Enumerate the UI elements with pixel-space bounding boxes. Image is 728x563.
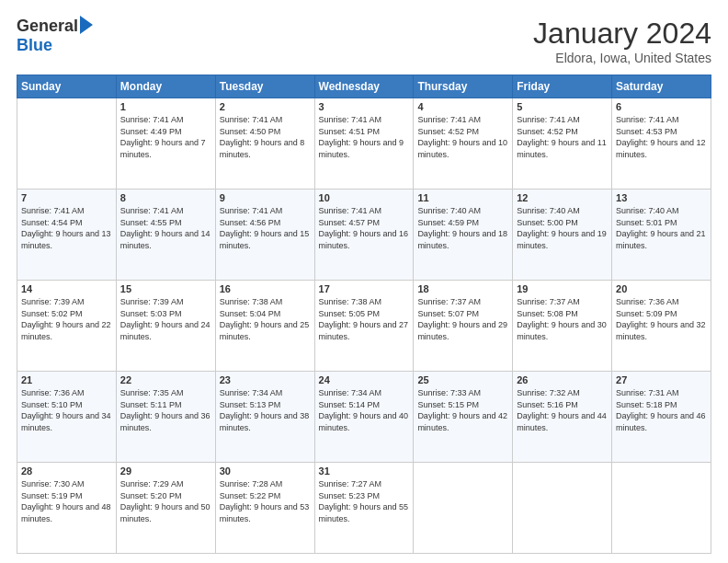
day-info: Sunrise: 7:39 AMSunset: 5:02 PMDaylight:… bbox=[21, 297, 111, 341]
calendar-cell: 29Sunrise: 7:29 AMSunset: 5:20 PMDayligh… bbox=[116, 463, 215, 554]
day-number: 2 bbox=[220, 101, 311, 112]
calendar-cell bbox=[612, 463, 711, 554]
day-info: Sunrise: 7:41 AMSunset: 4:55 PMDaylight:… bbox=[120, 206, 210, 250]
day-number: 14 bbox=[21, 283, 112, 294]
day-number: 8 bbox=[120, 192, 211, 203]
day-number: 9 bbox=[220, 192, 311, 203]
day-info: Sunrise: 7:36 AMSunset: 5:10 PMDaylight:… bbox=[21, 388, 111, 432]
weekday-header-wednesday: Wednesday bbox=[314, 75, 414, 98]
day-number: 17 bbox=[319, 283, 410, 294]
calendar-cell: 23Sunrise: 7:34 AMSunset: 5:13 PMDayligh… bbox=[215, 372, 314, 463]
calendar-cell: 1Sunrise: 7:41 AMSunset: 4:49 PMDaylight… bbox=[116, 98, 215, 190]
calendar-cell: 10Sunrise: 7:41 AMSunset: 4:57 PMDayligh… bbox=[314, 190, 414, 281]
day-number: 10 bbox=[319, 192, 410, 203]
day-info: Sunrise: 7:41 AMSunset: 4:53 PMDaylight:… bbox=[616, 115, 706, 159]
weekday-header-row: SundayMondayTuesdayWednesdayThursdayFrid… bbox=[17, 75, 711, 98]
weekday-header-thursday: Thursday bbox=[414, 75, 513, 98]
calendar-cell: 7Sunrise: 7:41 AMSunset: 4:54 PMDaylight… bbox=[17, 190, 117, 281]
day-info: Sunrise: 7:38 AMSunset: 5:04 PMDaylight:… bbox=[220, 297, 310, 341]
calendar-cell: 12Sunrise: 7:40 AMSunset: 5:00 PMDayligh… bbox=[513, 190, 612, 281]
header: General Blue January 2024 Eldora, Iowa, … bbox=[17, 17, 711, 65]
day-info: Sunrise: 7:40 AMSunset: 4:59 PMDaylight:… bbox=[417, 206, 507, 250]
logo-arrow-icon bbox=[80, 16, 93, 34]
week-row-4: 28Sunrise: 7:30 AMSunset: 5:19 PMDayligh… bbox=[17, 463, 711, 554]
title-block: January 2024 Eldora, Iowa, United States bbox=[533, 17, 711, 65]
day-info: Sunrise: 7:41 AMSunset: 4:49 PMDaylight:… bbox=[120, 115, 206, 159]
day-number: 31 bbox=[319, 465, 410, 477]
day-info: Sunrise: 7:37 AMSunset: 5:08 PMDaylight:… bbox=[517, 297, 607, 341]
weekday-header-tuesday: Tuesday bbox=[215, 75, 314, 98]
day-info: Sunrise: 7:34 AMSunset: 5:13 PMDaylight:… bbox=[220, 388, 310, 432]
day-number: 16 bbox=[220, 283, 311, 294]
day-number: 22 bbox=[120, 374, 211, 385]
day-info: Sunrise: 7:32 AMSunset: 5:16 PMDaylight:… bbox=[517, 388, 607, 432]
logo-blue: Blue bbox=[17, 36, 52, 55]
day-info: Sunrise: 7:34 AMSunset: 5:14 PMDaylight:… bbox=[319, 388, 409, 432]
calendar-cell: 11Sunrise: 7:40 AMSunset: 4:59 PMDayligh… bbox=[414, 190, 513, 281]
day-info: Sunrise: 7:38 AMSunset: 5:05 PMDaylight:… bbox=[319, 297, 409, 341]
weekday-header-saturday: Saturday bbox=[612, 75, 711, 98]
calendar-cell: 15Sunrise: 7:39 AMSunset: 5:03 PMDayligh… bbox=[116, 281, 215, 372]
day-number: 27 bbox=[616, 374, 707, 385]
calendar-cell: 4Sunrise: 7:41 AMSunset: 4:52 PMDaylight… bbox=[414, 98, 513, 190]
logo-general: General bbox=[17, 17, 78, 36]
day-info: Sunrise: 7:41 AMSunset: 4:57 PMDaylight:… bbox=[319, 206, 409, 250]
weekday-header-monday: Monday bbox=[116, 75, 215, 98]
day-number: 23 bbox=[220, 374, 311, 385]
calendar-cell: 27Sunrise: 7:31 AMSunset: 5:18 PMDayligh… bbox=[612, 372, 711, 463]
day-number: 7 bbox=[21, 192, 112, 203]
day-number: 1 bbox=[120, 101, 211, 112]
day-number: 13 bbox=[616, 192, 707, 203]
calendar-cell: 30Sunrise: 7:28 AMSunset: 5:22 PMDayligh… bbox=[215, 463, 314, 554]
day-number: 21 bbox=[21, 374, 112, 385]
calendar-cell: 13Sunrise: 7:40 AMSunset: 5:01 PMDayligh… bbox=[612, 190, 711, 281]
day-number: 19 bbox=[517, 283, 608, 294]
location: Eldora, Iowa, United States bbox=[533, 51, 711, 65]
calendar-cell: 2Sunrise: 7:41 AMSunset: 4:50 PMDaylight… bbox=[215, 98, 314, 190]
calendar-cell: 14Sunrise: 7:39 AMSunset: 5:02 PMDayligh… bbox=[17, 281, 117, 372]
calendar-cell: 19Sunrise: 7:37 AMSunset: 5:08 PMDayligh… bbox=[513, 281, 612, 372]
calendar-cell bbox=[17, 98, 117, 190]
calendar-cell: 16Sunrise: 7:38 AMSunset: 5:04 PMDayligh… bbox=[215, 281, 314, 372]
day-info: Sunrise: 7:41 AMSunset: 4:52 PMDaylight:… bbox=[417, 115, 507, 159]
week-row-0: 1Sunrise: 7:41 AMSunset: 4:49 PMDaylight… bbox=[17, 98, 711, 190]
day-info: Sunrise: 7:41 AMSunset: 4:54 PMDaylight:… bbox=[21, 206, 111, 250]
calendar-cell: 26Sunrise: 7:32 AMSunset: 5:16 PMDayligh… bbox=[513, 372, 612, 463]
page: General Blue January 2024 Eldora, Iowa, … bbox=[0, 0, 728, 563]
month-title: January 2024 bbox=[533, 17, 711, 51]
calendar-cell: 8Sunrise: 7:41 AMSunset: 4:55 PMDaylight… bbox=[116, 190, 215, 281]
day-number: 6 bbox=[616, 101, 707, 112]
calendar-cell bbox=[414, 463, 513, 554]
calendar-cell: 22Sunrise: 7:35 AMSunset: 5:11 PMDayligh… bbox=[116, 372, 215, 463]
day-number: 20 bbox=[616, 283, 707, 294]
day-info: Sunrise: 7:41 AMSunset: 4:56 PMDaylight:… bbox=[220, 206, 310, 250]
calendar-table: SundayMondayTuesdayWednesdayThursdayFrid… bbox=[17, 75, 711, 554]
day-info: Sunrise: 7:35 AMSunset: 5:11 PMDaylight:… bbox=[120, 388, 210, 432]
logo: General Blue bbox=[17, 17, 93, 55]
day-number: 25 bbox=[417, 374, 508, 385]
day-number: 24 bbox=[319, 374, 410, 385]
calendar-cell: 6Sunrise: 7:41 AMSunset: 4:53 PMDaylight… bbox=[612, 98, 711, 190]
weekday-header-friday: Friday bbox=[513, 75, 612, 98]
day-info: Sunrise: 7:29 AMSunset: 5:20 PMDaylight:… bbox=[120, 479, 210, 523]
day-info: Sunrise: 7:40 AMSunset: 5:00 PMDaylight:… bbox=[517, 206, 607, 250]
day-info: Sunrise: 7:40 AMSunset: 5:01 PMDaylight:… bbox=[616, 206, 706, 250]
day-info: Sunrise: 7:41 AMSunset: 4:51 PMDaylight:… bbox=[319, 115, 404, 159]
calendar-cell: 31Sunrise: 7:27 AMSunset: 5:23 PMDayligh… bbox=[314, 463, 414, 554]
day-info: Sunrise: 7:27 AMSunset: 5:23 PMDaylight:… bbox=[319, 479, 409, 523]
week-row-1: 7Sunrise: 7:41 AMSunset: 4:54 PMDaylight… bbox=[17, 190, 711, 281]
day-info: Sunrise: 7:41 AMSunset: 4:50 PMDaylight:… bbox=[220, 115, 305, 159]
calendar-cell: 5Sunrise: 7:41 AMSunset: 4:52 PMDaylight… bbox=[513, 98, 612, 190]
day-info: Sunrise: 7:28 AMSunset: 5:22 PMDaylight:… bbox=[220, 479, 310, 523]
day-info: Sunrise: 7:33 AMSunset: 5:15 PMDaylight:… bbox=[417, 388, 507, 432]
calendar-cell: 21Sunrise: 7:36 AMSunset: 5:10 PMDayligh… bbox=[17, 372, 117, 463]
day-number: 12 bbox=[517, 192, 608, 203]
day-number: 5 bbox=[517, 101, 608, 112]
day-number: 28 bbox=[21, 465, 112, 477]
day-info: Sunrise: 7:39 AMSunset: 5:03 PMDaylight:… bbox=[120, 297, 210, 341]
weekday-header-sunday: Sunday bbox=[17, 75, 117, 98]
day-info: Sunrise: 7:36 AMSunset: 5:09 PMDaylight:… bbox=[616, 297, 706, 341]
day-info: Sunrise: 7:41 AMSunset: 4:52 PMDaylight:… bbox=[517, 115, 607, 159]
week-row-3: 21Sunrise: 7:36 AMSunset: 5:10 PMDayligh… bbox=[17, 372, 711, 463]
day-number: 4 bbox=[417, 101, 508, 112]
